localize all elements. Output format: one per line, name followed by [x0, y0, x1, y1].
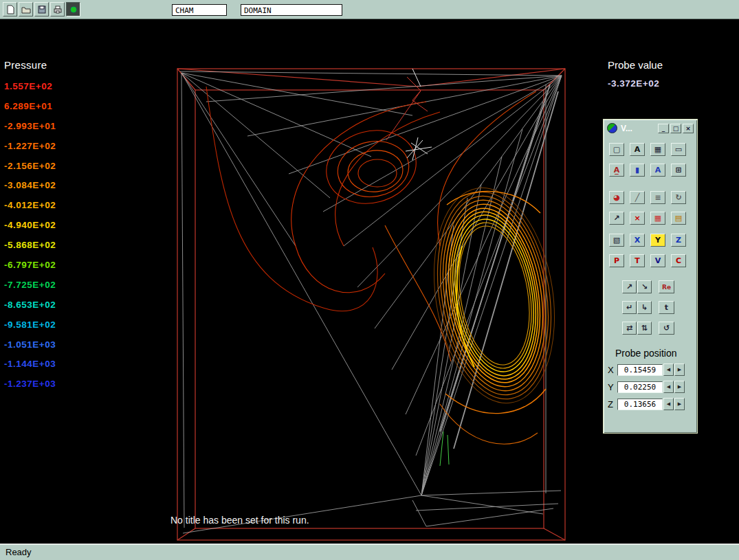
vr-panel-titlebar[interactable]: V... _ □ × — [605, 121, 696, 135]
red-mesh-button[interactable]: ▦ — [650, 212, 665, 225]
domain-combo-input[interactable] — [241, 4, 342, 16]
panel-nav-row-2: ↵ ↳ t — [622, 301, 695, 315]
panel-button-row-5: ▧ X Y Z — [609, 234, 686, 247]
turn-right-button[interactable]: ↳ — [637, 301, 652, 314]
close-button[interactable]: × — [683, 124, 694, 133]
panel-button-row-1: ▢ A ▦ ▭ — [609, 143, 686, 156]
nudge-down-right-button[interactable]: ↘ — [637, 280, 652, 293]
probe-x-input[interactable] — [617, 364, 663, 376]
legend-entry: -5.868E+02 — [4, 236, 100, 256]
hatch-button[interactable]: ≡ — [650, 191, 665, 204]
probe-y-input[interactable] — [617, 381, 663, 393]
legend-entry: -2.156E+02 — [4, 157, 100, 177]
new-file-button[interactable] — [3, 2, 17, 16]
temperature-button[interactable]: T — [630, 254, 645, 267]
panel-button-row-2: A̲ ▮ A ⊞ — [609, 164, 686, 177]
annotate-button[interactable]: A̲ — [609, 164, 624, 177]
open-folder-icon — [21, 5, 31, 14]
chart-button[interactable]: ▧ — [609, 234, 624, 247]
legend-list: 1.557E+02 6.289E+01 -2.993E+01 -1.227E+0… — [4, 77, 100, 394]
legend-entry: -1.237E+03 — [4, 374, 100, 394]
turn-left-button[interactable]: ↵ — [622, 301, 637, 314]
legend-entry: -7.725E+02 — [4, 276, 100, 295]
move-object-button[interactable]: ↗ — [609, 212, 624, 225]
probe-y-increment-button[interactable]: ▶ — [674, 381, 685, 393]
z-axis-label: Z — [608, 399, 617, 410]
probe-z-input[interactable] — [617, 399, 663, 410]
mesh-edit-button[interactable]: ⊞ — [671, 164, 686, 177]
panel-nav-row-3: ⇄ ⇅ ↺ — [622, 322, 695, 335]
legend-entry: -1.144E+03 — [4, 355, 100, 374]
panel-button-row-6: P T V C — [609, 254, 686, 267]
probe-z-decrement-button[interactable]: ◀ — [663, 398, 674, 410]
save-button[interactable] — [34, 2, 49, 16]
probe-x-decrement-button[interactable]: ◀ — [663, 363, 674, 376]
pencil-button[interactable]: ╱ — [630, 191, 645, 204]
minimize-button[interactable]: _ — [658, 124, 669, 133]
probe-value: -3.372E+02 — [608, 78, 659, 89]
application-window: Pressure 1.557E+02 6.289E+01 -2.993E+01 … — [0, 0, 739, 560]
velocity-button[interactable]: V — [650, 254, 665, 267]
circulation-button[interactable]: ↻ — [671, 191, 686, 204]
z-plane-button[interactable]: Z — [671, 234, 686, 247]
y-plane-button[interactable]: Y — [650, 234, 665, 247]
probe-y-decrement-button[interactable]: ◀ — [663, 381, 674, 393]
print-icon — [53, 5, 63, 14]
app-icon — [607, 123, 617, 133]
probe-value-label: Probe value — [608, 59, 663, 71]
x-plane-button[interactable]: X — [630, 234, 645, 247]
panel-nav-row-1: ↗ ↘ Re — [622, 280, 695, 294]
legend-entry: -1.051E+03 — [4, 335, 100, 355]
maximize-button[interactable]: □ — [670, 124, 681, 133]
legend-entry: -4.940E+02 — [4, 216, 100, 236]
contour-button[interactable]: C — [671, 254, 686, 267]
rotate-button[interactable]: ↺ — [659, 322, 674, 335]
probe-z-increment-button[interactable]: ▶ — [674, 398, 685, 410]
legend-entry: 6.289E+01 — [4, 97, 100, 117]
probe-z-row: Z ◀ ▶ — [608, 398, 685, 410]
print-button[interactable] — [50, 2, 65, 16]
legend-entry: -6.797E+02 — [4, 256, 100, 276]
run-icon — [69, 5, 78, 14]
probe-x-increment-button[interactable]: ▶ — [674, 363, 685, 376]
statusbar-text: Ready — [5, 547, 32, 557]
panel-button-row-3: ◕ ╱ ≡ ↻ — [609, 191, 686, 204]
flip-horizontal-button[interactable]: ⇄ — [622, 322, 637, 335]
legend-entry: 1.557E+02 — [4, 77, 100, 97]
x-axis-label: X — [608, 365, 617, 375]
probe-position-label: Probe position — [615, 348, 698, 359]
nudge-up-right-button[interactable]: ↗ — [622, 280, 637, 293]
cham-combo-input[interactable] — [172, 4, 227, 16]
probe-x-row: X ◀ ▶ — [608, 363, 685, 376]
mesh-button[interactable]: ▦ — [650, 143, 665, 156]
text-button[interactable]: A — [630, 143, 645, 156]
probe-y-row: Y ◀ ▶ — [608, 381, 685, 393]
tilt-button[interactable]: t — [659, 301, 674, 314]
legend-entry: -8.653E+02 — [4, 295, 100, 315]
domain-outline-button[interactable]: ▭ — [671, 143, 686, 156]
transparent-text-button[interactable]: A — [650, 164, 665, 177]
solid-fill-button[interactable]: ▮ — [630, 164, 645, 177]
delete-button[interactable]: × — [630, 212, 645, 225]
wireframe-button[interactable]: ▢ — [609, 143, 624, 156]
reset-view-button[interactable]: Re — [659, 280, 674, 293]
probe-marker-button[interactable]: ◕ — [609, 191, 624, 204]
legend-entry: -4.012E+02 — [4, 196, 100, 216]
layers-button[interactable]: ▤ — [671, 212, 686, 225]
legend-entry: -1.227E+02 — [4, 137, 100, 157]
run-button[interactable] — [66, 2, 80, 16]
legend-title: Pressure — [4, 59, 47, 71]
new-file-icon — [5, 5, 15, 14]
legend-entry: -3.084E+02 — [4, 176, 100, 196]
open-file-button[interactable] — [19, 2, 33, 16]
flip-vertical-button[interactable]: ⇅ — [637, 322, 652, 335]
legend-entry: -2.993E+01 — [4, 117, 100, 137]
pressure-legend: Pressure 1.557E+02 6.289E+01 -2.993E+01 … — [4, 59, 47, 71]
vr-control-panel: V... _ □ × ▢ A ▦ ▭ A̲ ▮ A ⊞ ◕ ╱ ≡ ↻ ↗ × … — [603, 119, 698, 434]
panel-button-row-4: ↗ × ▦ ▤ — [609, 212, 686, 225]
legend-entry: -9.581E+02 — [4, 315, 100, 335]
save-icon — [37, 5, 47, 14]
statusbar: Ready — [0, 544, 739, 560]
vr-panel-title: V... — [621, 124, 657, 133]
pressure-button[interactable]: P — [609, 254, 624, 267]
